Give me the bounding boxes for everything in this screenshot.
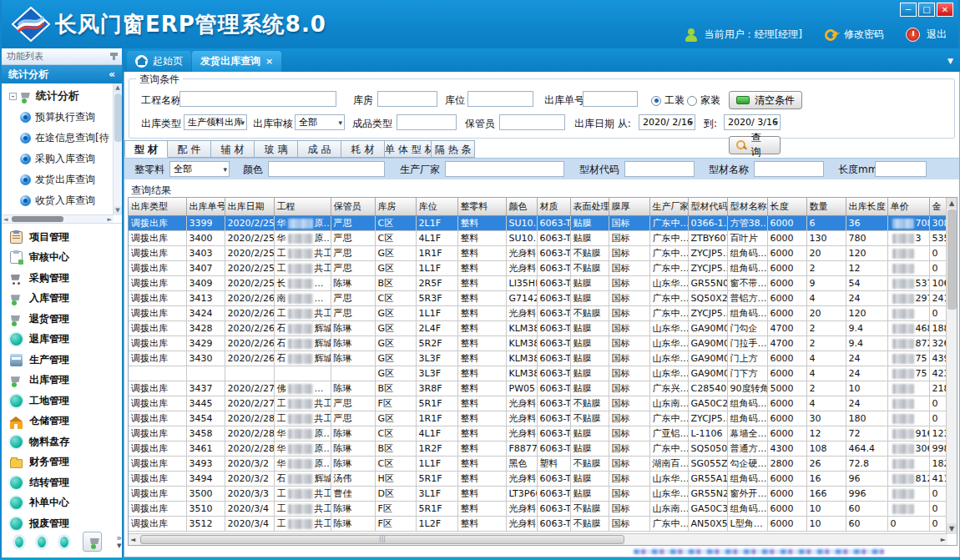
tree-horizontal-scrollbar[interactable]: ◄ ► xyxy=(2,214,114,223)
scroll-down-icon[interactable]: ▼ xyxy=(947,523,957,534)
expander-icon[interactable]: - xyxy=(9,93,17,100)
tree-item[interactable]: 采购入库查询 xyxy=(2,149,122,169)
table-row[interactable]: 调拨出库34242020/2/26工共工程严思G区1L1F整料光身料6063-T… xyxy=(129,305,947,320)
table-row[interactable]: 调拨出库34942020/3/2石辉城汤伟H区5R1F整料光身料6063-T5贴… xyxy=(129,471,947,486)
column-header[interactable]: 出库日期 xyxy=(225,198,274,215)
sidebar-item-审核中心[interactable]: 审核中心 xyxy=(2,248,122,269)
tree-item[interactable]: 在途信息查询[待 xyxy=(2,128,122,149)
column-header[interactable]: 型材名称 xyxy=(727,198,767,215)
scroll-up-icon[interactable]: ▲ xyxy=(947,198,957,209)
tree-item[interactable]: 收货入库查询 xyxy=(2,190,122,211)
logout-link[interactable]: 退出 xyxy=(927,28,947,42)
column-header[interactable]: 保管员 xyxy=(331,198,375,215)
product-type-input[interactable] xyxy=(397,114,457,130)
column-header[interactable]: 数量 xyxy=(806,198,846,215)
table-vertical-scrollbar[interactable]: ▲ ▼ xyxy=(946,198,957,534)
sidebar-item-出库管理[interactable]: 出库管理 xyxy=(2,371,122,391)
scroll-left-icon[interactable]: ◄ xyxy=(130,535,135,545)
material-tab-2[interactable]: 配 件 xyxy=(168,140,211,158)
search-button[interactable]: 查 询 xyxy=(729,136,781,154)
table-horizontal-scrollbar[interactable]: ◄ ► xyxy=(129,533,947,545)
tree-item[interactable]: 发货出库查询 xyxy=(2,169,122,190)
group-header[interactable]: 统计分析 « xyxy=(2,65,122,83)
sidebar-item-退货管理[interactable]: 退货管理 xyxy=(2,309,122,330)
table-row[interactable]: 调拨出库34032020/2/25工共工程严思G区1R1F整料光身料6063-T… xyxy=(129,245,947,260)
project-input[interactable] xyxy=(179,91,336,107)
column-header[interactable]: 颜色 xyxy=(506,198,537,215)
table-row[interactable]: 调拨出库35102020/3/4工共工程陈琳F区5R1F整料光身料6063-T5… xyxy=(129,501,947,516)
column-header[interactable]: 出库类型 xyxy=(129,198,186,215)
order-no-input[interactable] xyxy=(583,91,638,107)
date-to-dropdown[interactable]: 2020/ 3/16 xyxy=(724,114,781,130)
scroll-thumb[interactable] xyxy=(947,209,957,310)
table-row[interactable]: 调拨出库33992020/2/25华原…严思C区2L1F整料SU10…6063-… xyxy=(129,215,947,230)
date-from-dropdown[interactable]: 2020/ 2/16 xyxy=(639,114,695,130)
material-tab-8[interactable]: 隔 热 条 xyxy=(432,140,475,158)
column-header[interactable]: 金 xyxy=(929,198,947,215)
sidebar-item-退库管理[interactable]: 退库管理 xyxy=(2,330,122,351)
table-row[interactable]: 调拨出库34452020/2/27工共工程严思F区5R1F整料光身料6063-T… xyxy=(129,396,947,411)
change-password-link[interactable]: 修改密码 xyxy=(844,28,884,42)
table-row[interactable]: 调拨出库34582020/2/28华原…陈琳C区4L1F整料光身料6063-T5… xyxy=(129,426,947,441)
sidebar-item-结转管理[interactable]: 结转管理 xyxy=(2,472,122,493)
keeper-input[interactable] xyxy=(499,114,565,130)
column-header[interactable]: 型材代码 xyxy=(688,198,727,215)
name-input[interactable] xyxy=(754,161,824,177)
table-row[interactable]: 调拨出库34282020/2/26石辉城陈琳G区2L4F整料KLM3817606… xyxy=(129,320,947,335)
sidebar-item-项目管理[interactable]: 项目管理 xyxy=(2,227,122,248)
radio-gongzhuang[interactable]: 工装 xyxy=(651,93,685,108)
length-input[interactable] xyxy=(875,161,927,177)
whole-dropdown[interactable]: 全部 xyxy=(169,161,230,177)
tab-shipment-query[interactable]: 发货出库查询 × xyxy=(192,51,281,72)
column-header[interactable]: 生产厂家 xyxy=(649,198,688,215)
dot-icon[interactable] xyxy=(15,537,23,547)
minimize-button[interactable]: ─ xyxy=(900,3,917,17)
column-header[interactable]: 整零料 xyxy=(457,198,506,215)
material-tab-7[interactable]: 单 体 型 材 xyxy=(385,140,432,158)
scroll-thumb[interactable] xyxy=(12,216,63,222)
tab-home[interactable]: 起始页 xyxy=(127,51,191,72)
sidebar-item-入库管理[interactable]: 入库管理 xyxy=(2,289,122,310)
close-button[interactable]: ✕ xyxy=(937,3,953,17)
tree-root[interactable]: - 统计分析 xyxy=(2,83,122,107)
scroll-thumb[interactable] xyxy=(114,93,122,142)
location-input[interactable] xyxy=(467,91,533,107)
sidebar-item-工地管理[interactable]: 工地管理 xyxy=(2,391,122,411)
scroll-right-icon[interactable]: ► xyxy=(108,215,112,224)
table-row[interactable]: 调拨出库34002020/2/25华原…严思C区4L1F整料SU10…6063-… xyxy=(129,230,947,245)
table-row[interactable]: 调拨出库34372020/2/27佛…陈琳B区3R8F整料PW056063-T5… xyxy=(129,381,947,396)
material-tab-3[interactable]: 辅 材 xyxy=(211,140,255,158)
cart-button[interactable] xyxy=(83,532,102,552)
column-header[interactable]: 库房 xyxy=(375,198,416,215)
maximize-button[interactable]: □ xyxy=(918,3,935,17)
column-header[interactable]: 工程 xyxy=(274,198,331,215)
table-row[interactable]: 调拨出库34092020/2/25长…陈琳B区2R5F整料LI35HD6063-… xyxy=(129,275,947,290)
table-row[interactable]: 调拨出库34302020/2/26石辉城陈琳G区3L3F整料KLM3817606… xyxy=(129,351,947,366)
out-type-dropdown[interactable]: 生产领料出库 xyxy=(184,114,247,130)
material-tab-4[interactable]: 玻 璃 xyxy=(255,140,298,158)
table-row[interactable]: 调拨出库35002020/3/3工共工程曹佳D区3L1F整料LT3P606063… xyxy=(129,486,947,501)
column-header[interactable]: 膜厚 xyxy=(609,198,649,215)
material-tab-1[interactable]: 型 材 xyxy=(124,140,168,158)
column-header[interactable]: 材质 xyxy=(537,198,570,215)
sidebar-item-物料盘存[interactable]: 物料盘存 xyxy=(2,431,122,452)
out-audit-dropdown[interactable]: 全部 xyxy=(295,114,345,130)
code-input[interactable] xyxy=(624,161,695,177)
collapse-icon[interactable]: « xyxy=(109,65,115,83)
overflow-chevron[interactable]: »▾ xyxy=(116,534,122,549)
table-row[interactable]: 调拨出库34072020/2/25工共工程严思G区1L1F整料光身料6063-T… xyxy=(129,260,947,275)
table-row[interactable]: 调拨出库34292020/2/26石辉城陈琳G区5R2F整料KLM3817606… xyxy=(129,335,947,351)
table-row[interactable]: G区3L3F整料KLM38176063-T5贴膜国标山东华…GA90M09.门下… xyxy=(129,366,947,381)
clear-conditions-button[interactable]: 清空条件 xyxy=(729,91,802,109)
material-tab-6[interactable]: 耗 材 xyxy=(341,140,385,158)
column-header[interactable]: 出库长度 xyxy=(846,198,887,215)
tab-close-icon[interactable]: × xyxy=(265,56,273,67)
dot-icon[interactable] xyxy=(60,537,68,547)
column-header[interactable]: 库位 xyxy=(416,198,457,215)
sidebar-item-生产管理[interactable]: 生产管理 xyxy=(2,350,122,371)
sidebar-item-补单中心[interactable]: 补单中心 xyxy=(2,493,122,514)
table-row[interactable]: 调拨出库34132020/2/26南…严思C区5R3F整料G714226063-… xyxy=(129,290,947,305)
table-row[interactable]: 调拨出库34542020/2/28工共工程严思G区1R1F整料光身料6063-T… xyxy=(129,411,947,426)
scroll-up-icon[interactable]: ▲ xyxy=(114,83,122,93)
column-header[interactable]: 单价 xyxy=(887,198,929,215)
